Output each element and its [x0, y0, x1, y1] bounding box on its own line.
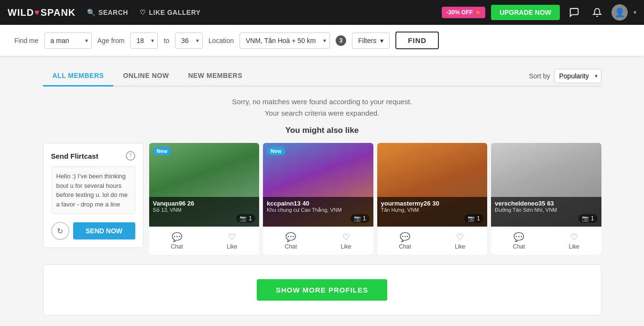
profile-card-1: New kccpainn13 40 Khu chung cư Cao Thắng… [263, 143, 373, 255]
card-actions-3: 💬 Chat ♡ Like [491, 227, 601, 255]
like-icon-1: ♡ [342, 232, 350, 242]
discount-badge: -30% OFF ➤ [442, 7, 485, 18]
photo-count-0: 📷1 [236, 214, 255, 223]
age-to-separator: to [164, 37, 169, 44]
chat-icon-2: 💬 [400, 232, 410, 242]
header-right: -30% OFF ➤ UPGRADE NOW 👤 ▾ [442, 4, 636, 21]
age-to-select[interactable]: 36 [175, 33, 203, 49]
sort-select-wrapper: Popularity Age Distance [554, 69, 601, 83]
like-label-1: Like [341, 243, 351, 250]
card-location-0: Số 13, VNM [153, 207, 256, 213]
logo-heart-icon: ♥ [34, 8, 40, 18]
tabs: ALL MEMBERS ONLINE NOW NEW MEMBERS [43, 66, 529, 86]
avatar[interactable]: 👤 [611, 4, 628, 21]
chat-icon-3: 💬 [513, 232, 524, 242]
header: WILD ♥ SPANK 🔍 SEARCH ♡ LIKE GALLERY -30… [0, 0, 644, 25]
messages-icon[interactable] [566, 4, 583, 21]
chat-button-1[interactable]: 💬 Chat [279, 230, 303, 252]
card-location-2: Tân Hưng, VNM [381, 207, 484, 213]
like-button-3[interactable]: ♡ Like [563, 230, 585, 252]
like-icon-0: ♡ [228, 232, 236, 242]
card-image-1: New kccpainn13 40 Khu chung cư Cao Thắng… [263, 143, 373, 227]
sort-select[interactable]: Popularity Age Distance [554, 69, 601, 83]
photo-count-3: 📷1 [579, 214, 598, 223]
age-from-wrapper: 18 [130, 33, 158, 49]
card-location-1: Khu chung cư Cao Thắng, VNM [267, 207, 370, 213]
main-content: ALL MEMBERS ONLINE NOW NEW MEMBERS Sort … [35, 56, 609, 325]
notifications-icon[interactable] [589, 4, 606, 21]
help-icon[interactable]: ? [126, 151, 135, 161]
chat-icon-1: 💬 [285, 232, 296, 242]
tab-all-members[interactable]: ALL MEMBERS [43, 66, 114, 87]
search-nav-label: SEARCH [98, 9, 128, 16]
search-nav-item[interactable]: 🔍 SEARCH [87, 9, 128, 16]
like-gallery-heart-icon: ♡ [140, 9, 146, 16]
no-results-message: Sorry, no matches were found according t… [43, 96, 601, 119]
like-icon-2: ♡ [456, 232, 464, 242]
discount-text: -30% OFF [447, 9, 473, 16]
find-me-select[interactable]: a man a woman [44, 33, 92, 49]
chat-button-3[interactable]: 💬 Chat [507, 230, 531, 252]
sort-label: Sort by [529, 72, 550, 80]
chat-label-0: Chat [171, 243, 183, 250]
filters-button[interactable]: Filters ▾ [352, 33, 390, 49]
flirtcast-actions: ↻ SEND NOW [51, 222, 135, 240]
card-name-2: yourmastermy26 30 [381, 200, 484, 207]
chat-button-0[interactable]: 💬 Chat [165, 230, 188, 252]
card-location-3: Đường Tân Sơn Nhì, VNM [495, 207, 598, 213]
flirtcast-title: Send Flirtcast [51, 152, 98, 160]
like-button-1[interactable]: ♡ Like [335, 230, 357, 252]
tab-new-members[interactable]: NEW MEMBERS [178, 66, 252, 87]
like-label-0: Like [227, 243, 237, 250]
tab-online-now[interactable]: ONLINE NOW [113, 66, 178, 87]
filters-label: Filters [358, 37, 376, 44]
search-icon: 🔍 [87, 9, 96, 16]
find-button[interactable]: FIND [395, 32, 439, 49]
profile-card-3: verscheldeneo35 63 Đường Tân Sơn Nhì, VN… [491, 143, 601, 255]
no-results-line2: Your search criteria were expanded. [43, 108, 601, 119]
location-wrapper: VNM, Tân Hoà + 50 km [240, 33, 330, 49]
like-button-2[interactable]: ♡ Like [449, 230, 471, 252]
no-results-line1: Sorry, no matches were found according t… [43, 96, 601, 108]
chat-button-2[interactable]: 💬 Chat [393, 230, 416, 252]
like-gallery-nav-item[interactable]: ♡ LIKE GALLERY [140, 9, 201, 16]
chat-label-3: Chat [513, 243, 525, 250]
card-name-1: kccpainn13 40 [267, 200, 370, 207]
logo-wild: WILD [8, 7, 34, 18]
find-me-label: Find me [14, 37, 39, 44]
card-name-0: Vanquan96 26 [153, 200, 256, 207]
card-actions-2: 💬 Chat ♡ Like [377, 227, 488, 255]
flirtcast-message: Hello :) I've been thinking bout u for s… [51, 166, 135, 214]
logo[interactable]: WILD ♥ SPANK [8, 7, 76, 18]
find-me-select-wrapper: a man a woman [44, 33, 92, 49]
card-age-3: 63 [547, 200, 554, 207]
card-image-2: yourmastermy26 30 Tân Hưng, VNM 📷1 [377, 143, 488, 227]
logo-spank: SPANK [41, 7, 76, 18]
section-title: You might also like [43, 126, 601, 135]
filters-dropdown-icon: ▾ [380, 37, 383, 44]
location-select[interactable]: VNM, Tân Hoà + 50 km [240, 33, 330, 49]
chat-label-2: Chat [399, 243, 411, 250]
age-to-wrapper: 36 [175, 33, 203, 49]
upgrade-now-button[interactable]: UPGRADE NOW [491, 5, 560, 20]
send-now-button[interactable]: SEND NOW [73, 222, 135, 239]
photo-count-2: 📷1 [464, 214, 483, 223]
show-more-section: SHOW MORE PROFILES [43, 264, 601, 315]
cards-section: Send Flirtcast ? Hello :) I've been thin… [43, 143, 601, 255]
like-button-0[interactable]: ♡ Like [221, 230, 243, 252]
show-more-profiles-button[interactable]: SHOW MORE PROFILES [257, 279, 387, 301]
age-from-label: Age from [98, 37, 125, 44]
card-actions-0: 💬 Chat ♡ Like [149, 227, 260, 255]
profile-card-0: New Vanquan96 26 Số 13, VNM 📷1 💬 Chat [149, 143, 260, 255]
new-badge-0: New [153, 147, 172, 155]
profile-card-2: yourmastermy26 30 Tân Hưng, VNM 📷1 💬 Cha… [377, 143, 488, 255]
like-label-2: Like [455, 243, 465, 250]
profile-dropdown-arrow[interactable]: ▾ [633, 9, 636, 16]
refresh-button[interactable]: ↻ [51, 222, 69, 240]
tabs-row: ALL MEMBERS ONLINE NOW NEW MEMBERS Sort … [43, 66, 601, 87]
card-name-3: verscheldeneo35 63 [495, 200, 598, 207]
new-badge-1: New [267, 147, 285, 155]
flirtcast-header: Send Flirtcast ? [51, 151, 135, 161]
age-from-select[interactable]: 18 [130, 33, 158, 49]
search-bar: Find me a man a woman Age from 18 to 36 … [0, 25, 644, 56]
